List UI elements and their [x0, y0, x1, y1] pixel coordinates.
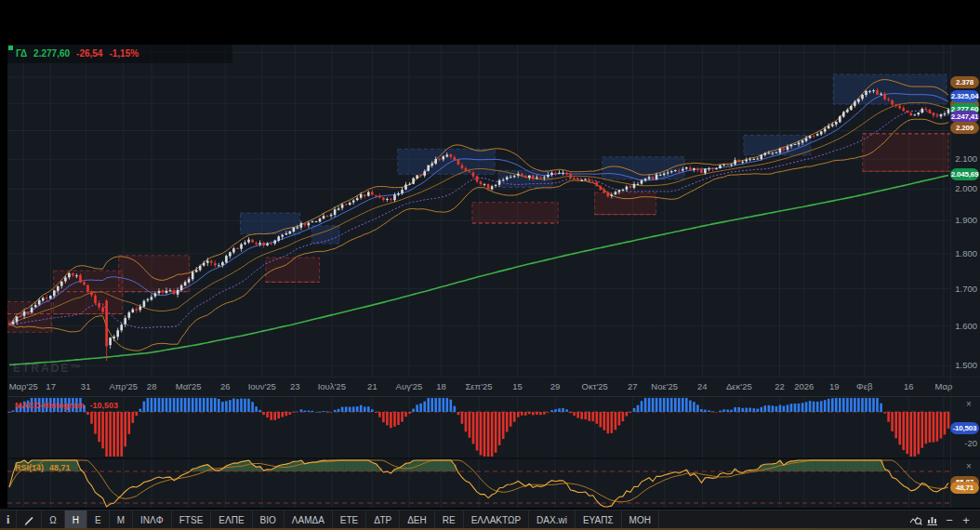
info-icon: i	[7, 513, 9, 527]
rsi-legend: RSI(14)48,71	[15, 463, 76, 472]
price-axis-label: 1.900	[950, 215, 977, 225]
ticker-tab[interactable]: ΔΕΗ	[400, 510, 435, 530]
macd-close-icon[interactable]: ×	[962, 399, 975, 410]
macd-title: MACD-Histogram	[15, 401, 85, 410]
date-axis-label: 23	[290, 381, 300, 391]
date-axis-label: 15	[512, 381, 523, 391]
toolbar-right-controls: − +	[907, 510, 980, 530]
bottom-toolbar: i ΩΗΕΜ ΙΝΛΦFTSEΕΛΠΕΒΙΟΛΑΜΔΑΕΤΕΔΤΡΔΕΗREΕΛ…	[0, 510, 980, 530]
macd-legend: MACD-Histogram-10,503	[15, 401, 124, 410]
date-axis-label: Μαϊ'25	[176, 381, 202, 391]
date-axis-label: 18	[436, 381, 446, 391]
last-price-value: 2.277,60	[33, 48, 70, 59]
platform-watermark: ETRADE™	[13, 362, 83, 375]
date-axis-label: 22	[775, 381, 785, 391]
date-axis-label: Αυγ'25	[396, 381, 423, 391]
date-axis-label: 16	[904, 381, 914, 391]
ticker-tab[interactable]: ΔΤΡ	[366, 510, 400, 530]
ticker-tab[interactable]: ΜΟΗ	[622, 510, 659, 530]
date-axis-label: Νοε'25	[651, 381, 678, 391]
ticker-tab[interactable]: FTSE	[172, 510, 212, 530]
date-axis-label: Σεπ'25	[465, 381, 492, 391]
rsi-close-icon[interactable]: ×	[962, 461, 975, 472]
price-axis-label: 1.600	[950, 321, 977, 331]
date-axis-label: 26	[220, 381, 231, 391]
date-axis-label: Μαρ'25	[9, 381, 38, 391]
ticker-tab[interactable]: ΕΛΠΕ	[211, 510, 252, 530]
date-axis-label: Μαρ	[934, 381, 952, 391]
price-axis-label: 2.000	[950, 183, 977, 193]
rsi-title: RSI(14)	[15, 463, 44, 472]
macd-axis-label: -20	[950, 438, 977, 448]
price-axis-label: 1.700	[950, 284, 977, 294]
rsi-pane[interactable]	[7, 459, 950, 508]
date-axis-label: 2026	[794, 381, 814, 391]
ticker-tab[interactable]: ΕΤΕ	[333, 510, 366, 530]
timeframe-tab-item[interactable]: Ε	[87, 510, 110, 530]
price-axis-label: 1.500	[950, 360, 977, 370]
timeframe-tab-item[interactable]: Ω	[42, 510, 64, 530]
timeframe-tabs: ΩΗΕΜ	[42, 510, 133, 530]
macd-value-badge: -10,503	[950, 422, 979, 434]
zoom-out-button[interactable]: −	[941, 510, 958, 530]
trading-app: ETRADE™ ΓΔ2.277,60-26,54-1,15% Μαρ'25173…	[0, 0, 980, 530]
date-axis-label: Φεβ	[856, 381, 872, 391]
ticker-tab[interactable]: DAX.wi	[529, 510, 576, 530]
chart-search-button[interactable]	[907, 510, 924, 530]
timeframe-tab-selected[interactable]: Η	[65, 510, 87, 530]
ticker-tab[interactable]: ΒΙΟ	[253, 510, 285, 530]
rsi-value: 48,71	[49, 463, 71, 472]
volume-bars-icon	[927, 515, 939, 526]
price-change: -26,54	[76, 48, 102, 59]
date-axis-label: 31	[81, 381, 91, 391]
ticker-tab[interactable]: ΕΛΛΑΚΤΩΡ	[464, 510, 529, 530]
candlestick-chart[interactable]	[7, 45, 950, 377]
macd-value: -10,503	[90, 401, 119, 410]
date-axis-label: Ιουν'25	[248, 381, 276, 391]
price-badge-ma200: 2.045,69	[950, 168, 979, 180]
date-axis-label: Οκτ'25	[582, 381, 608, 391]
price-axis-label: 2.100	[950, 153, 977, 164]
date-axis-label: Απρ'25	[109, 381, 138, 391]
date-axis-label: Δεκ'25	[726, 381, 752, 391]
price-badge-band-lower: 2.209	[950, 122, 979, 134]
volume-toggle-button[interactable]	[924, 510, 941, 530]
symbol-name: ΓΔ	[16, 48, 27, 59]
rsi-value-badge: 48,71	[950, 482, 979, 494]
date-axis-label: 19	[829, 381, 840, 391]
macd-histogram-pane[interactable]	[7, 397, 950, 457]
price-badge-band-upper: 2.378	[950, 76, 979, 88]
symbol-dot-icon	[8, 46, 13, 50]
date-axis-label: 24	[697, 381, 708, 391]
price-change-percent: -1,15%	[109, 48, 139, 59]
timeframe-tab-item[interactable]: Μ	[110, 510, 133, 530]
date-axis-label: 21	[367, 381, 377, 391]
zoom-in-button[interactable]: +	[958, 510, 974, 530]
date-axis-label: Ιουλ'25	[318, 381, 346, 391]
price-badge-ema-fast: 2.325,04	[950, 90, 979, 102]
ticker-tabs: ΙΝΛΦFTSEΕΛΠΕΒΙΟΛΑΜΔΑΕΤΕΔΤΡΔΕΗREΕΛΛΑΚΤΩΡD…	[133, 510, 659, 530]
chart-search-icon	[909, 514, 922, 526]
date-axis-label: 27	[628, 381, 638, 391]
ticker-tab[interactable]: RE	[435, 510, 464, 530]
date-axis-label: 28	[147, 381, 157, 391]
date-axis-label: 17	[46, 381, 56, 391]
info-button[interactable]: i	[0, 510, 17, 530]
symbol-legend[interactable]: ΓΔ2.277,60-26,54-1,15%	[16, 48, 145, 59]
ticker-tab[interactable]: ΕΥΑΠΣ	[576, 510, 622, 530]
date-axis-label: 29	[550, 381, 561, 391]
pane-separator	[7, 377, 980, 378]
price-axis-label: 1.800	[950, 248, 977, 258]
ticker-tab[interactable]: ΛΑΜΔΑ	[285, 510, 333, 530]
ticker-tab[interactable]: ΙΝΛΦ	[133, 510, 172, 530]
draw-button[interactable]	[17, 510, 42, 530]
pencil-icon	[23, 515, 34, 526]
